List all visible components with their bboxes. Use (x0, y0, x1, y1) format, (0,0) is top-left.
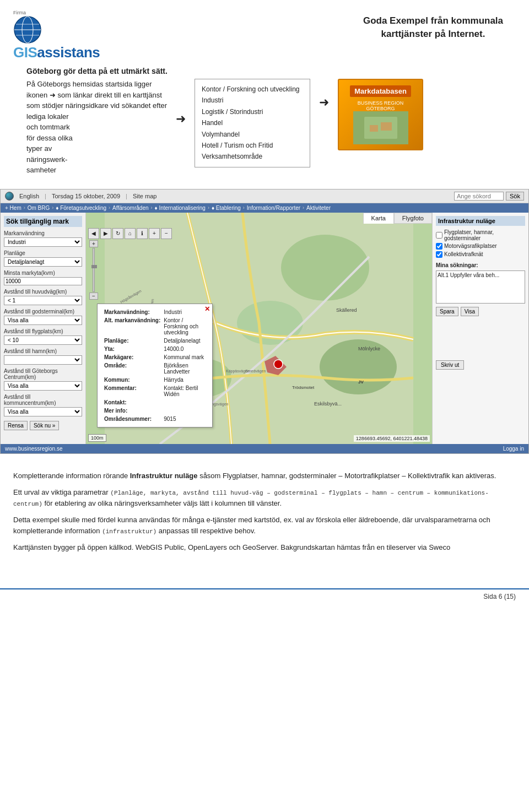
sidebar-label-flygplats: Avstånd till flygplats(km) (4, 328, 82, 334)
sidebar-select-goteborg[interactable]: Visa alla (4, 381, 82, 391)
nav-item-ombrg[interactable]: Om BRG (28, 205, 50, 211)
popup-label: Markanvändning: (103, 308, 161, 316)
checkbox-flygplatser: Flygplatser, hamnar, godsterminaler (436, 229, 525, 241)
sidebar-label-hamn: Avstånd till hamn(km) (4, 348, 82, 354)
category-box: Kontor / Forskning och utveckling Indust… (195, 79, 310, 167)
nav-item-aktiviteter[interactable]: Aktiviteter (306, 205, 331, 211)
sidebar-select-flygplats[interactable]: < 10 (4, 335, 82, 345)
write-button[interactable]: Skriv ut (436, 360, 464, 370)
sidebar-select-godsterminal[interactable]: Visa alla (4, 316, 82, 325)
svg-rect-8 (381, 122, 392, 131)
sidebar-field-flygplats: Avstånd till flygplats(km) < 10 (4, 328, 82, 345)
nav-item-information[interactable]: Information/Rapporter (247, 205, 300, 211)
map-tab-karta[interactable]: Karta (363, 213, 394, 224)
sidebar-select-markanvandning[interactable]: Industri (4, 237, 82, 247)
arrow-right-icon: ➜ (176, 112, 186, 126)
map-btn-home[interactable]: ⌂ (125, 228, 136, 239)
visa-button[interactable]: Visa (461, 307, 479, 316)
globe-logo-icon (13, 15, 42, 44)
site-globe-icon (5, 192, 14, 201)
bottom-para-2: Ett urval av viktiga parametrar (Planläg… (13, 487, 516, 509)
searches-title: Mina sökningar: (436, 262, 525, 268)
sidebar-select-planage[interactable]: Detaljplanelagt (4, 257, 82, 267)
checkbox-motorvag: Motorvägsrafikplatser (436, 243, 525, 250)
zoom-slider[interactable]: + − (89, 240, 98, 300)
logo-area: Firma GISassistans (13, 10, 100, 61)
popup-value: 9015 (163, 415, 207, 423)
para3-code: (infrastruktur) (102, 528, 156, 535)
right-panel: Infrastruktur nuläge Flygplatser, hamnar… (432, 213, 528, 444)
map-tabs: Karta Flygfoto (363, 213, 432, 224)
bottom-section: Kompletterande information rörande Infra… (0, 462, 529, 567)
site-sidebar: Sök tillgänglig mark Markanvändning Indu… (1, 213, 86, 444)
popup-label: Yta: (103, 345, 161, 353)
intro-title: Göteborg gör detta på ett utmärkt sätt. (26, 67, 503, 75)
sidebar-rensa-button[interactable]: Rensa (4, 421, 28, 430)
sidebar-label-goteborg: Avstånd till Göteborgs Centrum(km) (4, 368, 82, 380)
map-btn-forward[interactable]: ▶ (100, 228, 111, 239)
logo-text: GISassistans (13, 44, 100, 61)
nav-item-internationalisering[interactable]: ♦ Internationalisering (155, 205, 206, 211)
map-popup: ✕ Markanvändning:Industri Alt. markanvän… (97, 304, 213, 427)
popup-label: Områdesnummer: (103, 415, 161, 423)
popup-value: Kommunal mark (163, 354, 207, 361)
site-url[interactable]: www.businessregion.se (5, 446, 63, 452)
checkbox-motorvag-input[interactable] (436, 243, 442, 250)
svg-point-10 (281, 235, 369, 301)
header-row: Firma GISassistans Goda Exempel från kom… (13, 10, 516, 61)
site-search-input[interactable] (454, 192, 504, 201)
sidebar-sok-button[interactable]: Sök nu » (30, 421, 59, 430)
popup-value (163, 399, 207, 406)
map-tab-flygfoto[interactable]: Flygfoto (394, 213, 432, 224)
map-btn-zoom-out[interactable]: − (161, 228, 172, 239)
sidebar-select-huvudvag[interactable]: < 1 (4, 296, 82, 305)
sidebar-input-markyta[interactable] (4, 277, 82, 285)
map-popup-table: Markanvändning:Industri Alt. markanvändn… (102, 307, 208, 424)
sidebar-select-kommuncentrum[interactable]: Visa alla (4, 407, 82, 416)
description-text: På Göteborgs hemsidas startsida ligger i… (26, 79, 167, 176)
bottom-para-1: Kompletterande information rörande Infra… (13, 470, 516, 481)
site-search-area: Sök (454, 192, 524, 201)
search-result-box[interactable]: Alt.1 Uppfyller våra beh... (436, 270, 525, 304)
markdatabasen-label: Markdatabasen (350, 85, 411, 97)
checkbox-kollektiv-label: Kollektivtrafknät (444, 251, 483, 257)
nav-item-hem[interactable]: + Hem (5, 205, 21, 211)
page-number: Sida 6 (15) (483, 593, 516, 600)
svg-rect-7 (370, 125, 378, 132)
markdatabasen-sublabel: BUSINESS REGIONGÖTEBORG (358, 100, 404, 111)
popup-value: Kontakt: Bertil Widén (163, 385, 207, 398)
sidebar-field-hamn: Avstånd till hamn(km) (4, 348, 82, 365)
popup-label: Markägare: (103, 354, 161, 361)
map-popup-close-button[interactable]: ✕ (204, 305, 210, 313)
category-item: Kontor / Forskning och utveckling (202, 84, 303, 95)
svg-text:Trödsmotet: Trödsmotet (292, 385, 315, 390)
map-btn-zoom-in[interactable]: + (149, 228, 160, 239)
site-language[interactable]: English (19, 193, 39, 199)
map-btn-refresh[interactable]: ↻ (112, 228, 123, 239)
right-panel-buttons: Spara Visa (436, 307, 525, 316)
markdatabasen-map-icon (353, 111, 408, 144)
bottom-para-4: Karttjänsten bygger på öppen källkod. We… (13, 542, 516, 553)
save-button[interactable]: Spara (436, 307, 458, 316)
site-sitemap[interactable]: Site map (133, 193, 156, 199)
map-area[interactable]: Skällered Mölnlycke Eskilsbyvä... JV Trö… (86, 213, 432, 444)
category-item: Verksamhetsområde (202, 151, 303, 162)
sidebar-field-huvudvag: Avstånd till huvudväg(km) < 1 (4, 289, 82, 305)
site-nav: + Hem › Om BRG › ♦ Företagsutveckling › … (1, 203, 528, 213)
checkbox-flygplatser-input[interactable] (436, 232, 442, 239)
map-btn-back[interactable]: ◀ (88, 228, 99, 239)
popup-label: Alt. markanvändning: (103, 317, 161, 336)
site-login[interactable]: Logga in (503, 446, 524, 452)
category-item: Logistik / Storindustri (202, 106, 303, 117)
category-item: Hotell / Turism och Fritid (202, 140, 303, 151)
popup-value: Härryda (163, 376, 207, 383)
nav-item-affarsomraden[interactable]: Affärsområden (112, 205, 148, 211)
sidebar-select-hamn[interactable] (4, 355, 82, 365)
checkbox-kollektiv-input[interactable] (436, 251, 442, 258)
logo-gis: GIS (13, 44, 37, 61)
popup-label: Kommun: (103, 376, 161, 383)
map-btn-info[interactable]: ℹ (137, 228, 148, 239)
nav-item-foretagsutveckling[interactable]: ♦ Företagsutveckling (56, 205, 106, 211)
nav-item-etablering[interactable]: ♦ Etablering (212, 205, 241, 211)
site-search-button[interactable]: Sök (506, 192, 524, 201)
